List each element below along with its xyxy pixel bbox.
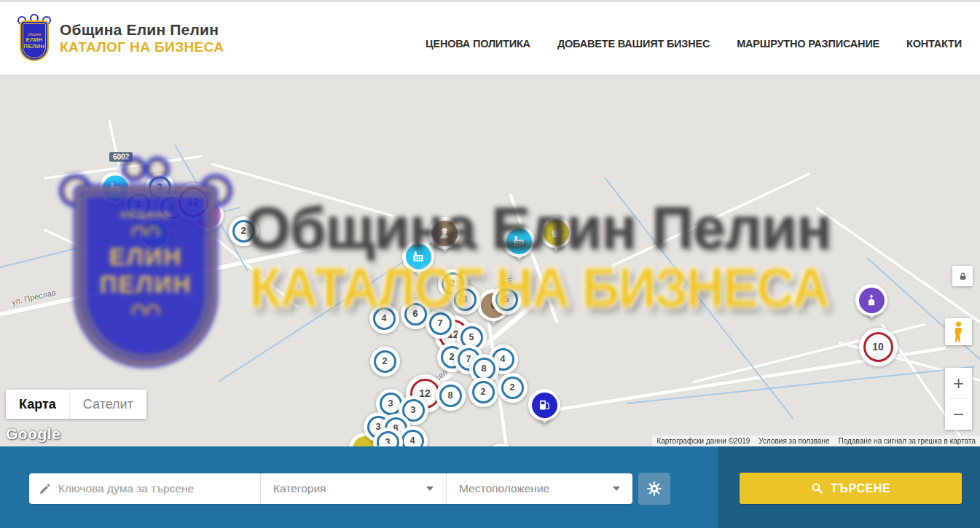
cluster-marker[interactable]: 12	[174, 183, 213, 221]
factory-icon	[406, 244, 431, 269]
keyword-search-input[interactable]	[58, 482, 253, 495]
cluster-count: 3	[411, 405, 416, 415]
pencil-icon	[39, 482, 52, 495]
cluster-marker[interactable]: 3	[450, 285, 480, 315]
cluster-marker[interactable]: 2	[498, 373, 528, 403]
attribution-data: Картографски данни ©2019	[652, 437, 754, 445]
cluster-count: 6	[413, 309, 418, 319]
cluster-count: 5	[504, 294, 509, 304]
header: община ЕЛИН ПЕЛИН Община Елин Пелин КАТА…	[0, 0, 980, 75]
cluster-count: 2	[241, 226, 246, 236]
cluster-marker[interactable]: 4	[369, 304, 399, 334]
municipality-crest-icon: община ЕЛИН ПЕЛИН	[18, 16, 50, 61]
bag-icon	[544, 220, 569, 245]
lock-icon-button[interactable]	[952, 266, 973, 286]
business-pin-fuel[interactable]	[528, 389, 560, 421]
cluster-count: 5	[469, 332, 474, 342]
nav-contacts[interactable]: КОНТАКТИ	[906, 38, 962, 50]
cluster-count: 2	[136, 200, 141, 210]
cluster-count: 3	[157, 182, 162, 192]
site-title: Община Елин Пелин	[60, 21, 224, 39]
location-select[interactable]: Местоположение	[447, 473, 632, 504]
cluster-count: 3	[388, 398, 393, 409]
cluster-count: 10	[872, 341, 884, 352]
map-type-control: Карта Сателит	[6, 390, 146, 419]
cluster-count: 8	[448, 390, 453, 401]
google-logo[interactable]: Google	[6, 425, 60, 443]
map-type-map-button[interactable]: Карта	[6, 390, 69, 419]
nav-route-schedule[interactable]: МАРШРУТНО РАЗПИСАНИЕ	[737, 38, 879, 50]
worker-icon	[432, 221, 458, 246]
site-logo[interactable]: община ЕЛИН ПЕЛИН Община Елин Пелин КАТА…	[18, 16, 224, 61]
search-bar-right: ТЪРСЕНЕ	[718, 446, 980, 528]
map-canvas[interactable]: 6002105ул. Преславбул. „Новоселции 32512…	[0, 75, 980, 446]
zoom-out-button[interactable]: −	[945, 399, 972, 430]
pegman-icon	[952, 321, 965, 343]
crest-name-line1: ЕЛИН	[26, 36, 42, 43]
cluster-marker[interactable]: 2	[124, 190, 154, 220]
cluster-count: 4	[501, 354, 506, 364]
cluster-count: 12	[187, 196, 199, 208]
main-nav: ЦЕНОВА ПОЛИТИКА ДОБАВЕТЕ ВАШИЯТ БИЗНЕС М…	[426, 38, 962, 50]
attribution-terms-link[interactable]: Условия за ползване	[754, 437, 834, 445]
map-clusters-layer: 32512223546127522748128223338432510	[0, 75, 980, 446]
search-bar: Категория Местоположение	[0, 446, 980, 528]
chevron-down-icon	[613, 486, 620, 491]
attribution-report-link[interactable]: Подаване на сигнал за грешка в картата	[834, 437, 980, 445]
gear-icon	[646, 481, 662, 497]
cluster-count: 2	[510, 382, 515, 393]
cluster-count: 3	[463, 294, 468, 304]
cluster-marker[interactable]: 2	[229, 216, 259, 246]
cluster-count: 7	[438, 318, 443, 328]
location-select-label: Местоположение	[459, 482, 549, 495]
keyword-field-wrap	[29, 473, 260, 504]
business-pin-bag[interactable]	[540, 216, 572, 248]
chevron-down-icon	[426, 486, 434, 491]
category-select[interactable]: Категория	[261, 473, 446, 504]
fuel-icon	[532, 393, 557, 418]
zoom-control: + −	[945, 368, 972, 430]
business-pin-factory[interactable]	[402, 240, 434, 272]
cluster-marker[interactable]: 2	[370, 347, 400, 377]
cluster-count: 8	[482, 363, 487, 374]
nav-pricing-policy[interactable]: ЦЕНОВА ПОЛИТИКА	[426, 38, 530, 50]
search-bar-left: Категория Местоположение	[0, 446, 718, 528]
search-button-label: ТЪРСЕНЕ	[831, 482, 891, 495]
nav-add-your-business[interactable]: ДОБАВЕТЕ ВАШИЯТ БИЗНЕС	[557, 38, 710, 50]
factory-icon	[103, 176, 128, 201]
search-icon	[811, 482, 823, 494]
street-view-pegman-button[interactable]	[945, 318, 972, 345]
church-icon	[859, 288, 885, 313]
cluster-marker[interactable]: 10	[859, 328, 898, 366]
category-select-label: Категория	[273, 482, 326, 495]
lock-icon	[957, 271, 968, 282]
cluster-count: 2	[383, 356, 388, 366]
search-form: Категория Местоположение	[29, 473, 632, 504]
factory-icon	[142, 221, 168, 247]
business-pin-factory[interactable]	[138, 218, 170, 250]
site-subtitle: КАТАЛОГ НА БИЗНЕСА	[60, 39, 224, 55]
cluster-marker[interactable]: 7	[426, 309, 455, 339]
cluster-count: 4	[382, 313, 387, 323]
cluster-count: 2	[450, 278, 455, 288]
business-pin-church[interactable]	[855, 284, 887, 316]
cluster-count: 2	[481, 387, 486, 397]
factory-icon	[506, 229, 532, 254]
cluster-marker[interactable]: 5	[492, 285, 522, 315]
map-type-satellite-button[interactable]: Сателит	[70, 390, 146, 419]
advanced-search-button[interactable]	[638, 473, 670, 505]
business-pin-factory[interactable]	[503, 225, 535, 257]
search-submit-button[interactable]: ТЪРСЕНЕ	[740, 473, 962, 504]
zoom-in-button[interactable]: +	[945, 368, 972, 398]
road-number-label: 6002	[109, 152, 133, 162]
map-attribution: Картографски данни ©2019 Условия за полз…	[652, 436, 980, 446]
cluster-marker[interactable]: 8	[436, 381, 466, 411]
crest-name-line2: ПЕЛИН	[24, 43, 45, 50]
cluster-count: 5	[169, 202, 174, 213]
cluster-count: 4	[410, 436, 415, 446]
cluster-marker[interactable]: 2	[469, 377, 498, 407]
